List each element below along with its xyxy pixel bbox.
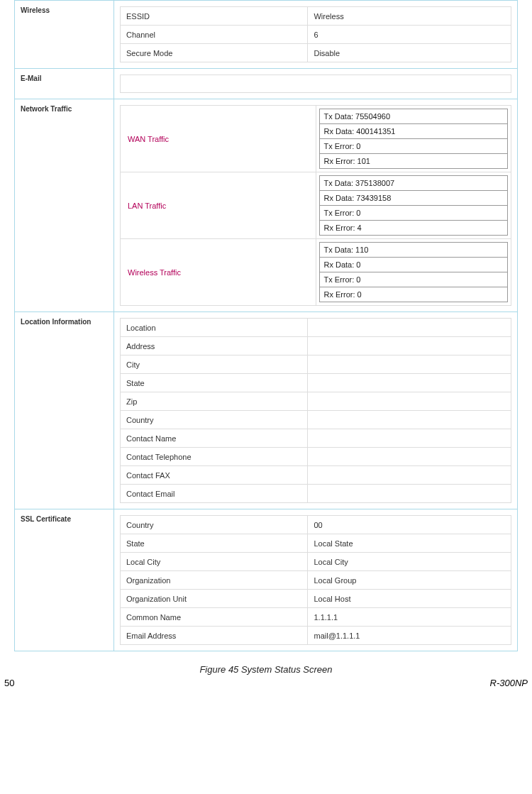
- row-val: Disable: [308, 44, 511, 62]
- page-footer: 50 R-300NP: [0, 678, 532, 688]
- row-val: Local Host: [308, 590, 511, 608]
- traffic-stat: Tx Data: 110: [319, 242, 509, 257]
- email-empty-box: [120, 75, 511, 93]
- row-key: Local City: [121, 553, 308, 571]
- row-val: [308, 485, 511, 503]
- row-key: Common Name: [121, 608, 308, 627]
- row-val: 1.1.1.1: [308, 608, 511, 627]
- row-val: Local City: [308, 553, 511, 571]
- row-key: Organization Unit: [121, 590, 308, 608]
- section-title-email: E-Mail: [15, 69, 114, 99]
- section-content-wireless: ESSIDWireless Channel6 Secure ModeDisabl…: [114, 1, 518, 69]
- row-val: [308, 337, 511, 355]
- traffic-stat: Rx Error: 4: [319, 220, 509, 236]
- traffic-group-stats: Tx Data: 110 Rx Data: 0 Tx Error: 0 Rx E…: [316, 239, 511, 306]
- traffic-stat: Rx Data: 400141351: [319, 123, 509, 138]
- traffic-stat: Tx Error: 0: [319, 205, 509, 220]
- traffic-group-label: LAN Traffic: [121, 172, 316, 239]
- row-key: Country: [121, 411, 308, 429]
- row-key: Contact Telephone: [121, 448, 308, 466]
- row-key: State: [121, 374, 308, 392]
- row-val: Local State: [308, 534, 511, 553]
- network-traffic-table: WAN Traffic Tx Data: 75504960 Rx Data: 4…: [120, 105, 511, 306]
- row-val: mail@1.1.1.1: [308, 627, 511, 645]
- traffic-stat: Rx Data: 0: [319, 257, 509, 272]
- row-key: Country: [121, 516, 308, 534]
- traffic-stat: Rx Data: 73439158: [319, 190, 509, 205]
- row-val: 6: [308, 26, 511, 44]
- section-title-wireless: Wireless: [15, 1, 114, 69]
- row-key: ESSID: [121, 7, 308, 26]
- row-val: [308, 374, 511, 392]
- row-key: Contact Name: [121, 429, 308, 448]
- row-val: [308, 466, 511, 485]
- row-val: [308, 448, 511, 466]
- traffic-stat: Tx Data: 75504960: [319, 109, 509, 123]
- row-key: State: [121, 534, 308, 553]
- row-key: Contact FAX: [121, 466, 308, 485]
- row-val: [308, 411, 511, 429]
- traffic-stat: Tx Error: 0: [319, 138, 509, 153]
- traffic-stat: Rx Error: 101: [319, 153, 509, 169]
- traffic-stat: Rx Error: 0: [319, 287, 509, 302]
- row-key: Address: [121, 337, 308, 355]
- row-key: Email Address: [121, 627, 308, 645]
- row-key: City: [121, 355, 308, 374]
- traffic-group-stats: Tx Data: 75504960 Rx Data: 400141351 Tx …: [316, 106, 511, 172]
- row-key: Zip: [121, 392, 308, 411]
- traffic-stat: Tx Error: 0: [319, 272, 509, 287]
- traffic-group-label: WAN Traffic: [121, 106, 316, 172]
- system-status-table: Wireless ESSIDWireless Channel6 Secure M…: [14, 0, 518, 651]
- row-key: Contact Email: [121, 485, 308, 503]
- row-val: 00: [308, 516, 511, 534]
- ssl-table: Country00 StateLocal State Local CityLoc…: [120, 515, 511, 645]
- row-val: Local Group: [308, 571, 511, 590]
- section-content-location: Location Address City State Zip Country …: [114, 312, 518, 509]
- row-key: Secure Mode: [121, 44, 308, 62]
- row-val: [308, 355, 511, 374]
- traffic-stat: Tx Data: 375138007: [319, 175, 509, 190]
- row-val: [308, 392, 511, 411]
- row-key: Channel: [121, 26, 308, 44]
- wireless-table: ESSIDWireless Channel6 Secure ModeDisabl…: [120, 6, 511, 62]
- model-label: R-300NP: [490, 678, 528, 688]
- section-title-location: Location Information: [15, 312, 114, 509]
- section-content-network-traffic: WAN Traffic Tx Data: 75504960 Rx Data: 4…: [114, 99, 518, 312]
- section-content-ssl: Country00 StateLocal State Local CityLoc…: [114, 509, 518, 651]
- row-key: Organization: [121, 571, 308, 590]
- location-table: Location Address City State Zip Country …: [120, 318, 511, 503]
- row-val: [308, 429, 511, 448]
- section-title-network-traffic: Network Traffic: [15, 99, 114, 312]
- row-val: [308, 319, 511, 337]
- row-key: Location: [121, 319, 308, 337]
- section-content-email: [114, 69, 518, 99]
- figure-caption: Figure 45 System Status Screen: [0, 664, 532, 675]
- page-number: 50: [4, 678, 14, 688]
- traffic-group-stats: Tx Data: 375138007 Rx Data: 73439158 Tx …: [316, 172, 511, 239]
- section-title-ssl: SSL Certificate: [15, 509, 114, 651]
- row-val: Wireless: [308, 7, 511, 26]
- traffic-group-label: Wireless Traffic: [121, 239, 316, 306]
